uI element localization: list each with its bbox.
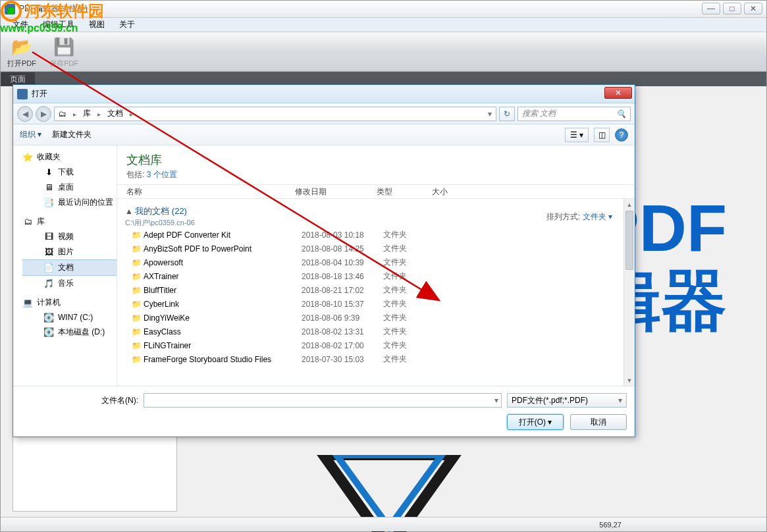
folder-icon: 📁 — [132, 286, 144, 295]
minimize-button[interactable]: — — [702, 3, 720, 14]
file-row[interactable]: 📁FrameForge Storyboard Studio Files2018-… — [120, 352, 623, 366]
nav-comp-item-1[interactable]: 💽本地磁盘 (D:) — [22, 325, 117, 340]
nav-item-label: 最近访问的位置 — [58, 197, 113, 208]
filename-label: 文件名(N): — [21, 395, 138, 406]
nav-item-label: 音乐 — [58, 278, 74, 289]
file-row[interactable]: 📁Apowersoft2018-08-04 10:39文件夹 — [120, 255, 623, 269]
scrollbar[interactable]: ▲ ▼ — [623, 199, 635, 386]
file-row[interactable]: 📁CyberLink2018-08-10 15:37文件夹 — [120, 297, 623, 311]
new-folder-button[interactable]: 新建文件夹 — [52, 129, 92, 140]
file-name: Adept PDF Converter Kit — [144, 230, 302, 240]
maximize-button[interactable]: □ — [723, 3, 741, 14]
search-input[interactable]: 搜索 文档 🔍 — [517, 107, 631, 121]
arrange-by-select[interactable]: 文件夹 ▾ — [583, 212, 612, 221]
open-button[interactable]: 打开(O) ▾ — [507, 414, 564, 430]
status-coords: 569,27 — [599, 521, 622, 529]
scroll-thumb[interactable] — [625, 211, 633, 270]
cancel-button[interactable]: 取消 — [570, 414, 627, 430]
nav-libraries[interactable]: 🗂库 — [22, 214, 117, 229]
chevron-down-icon: ▾ — [618, 396, 622, 405]
nav-tree: ⭐收藏夹 ⬇下载🖥桌面📑最近访问的位置 🗂库 🎞视频🖼图片📄文档🎵音乐 💻计算机… — [13, 146, 117, 386]
refresh-button[interactable]: ↻ — [499, 107, 515, 121]
dialog-body: ⭐收藏夹 ⬇下载🖥桌面📑最近访问的位置 🗂库 🎞视频🖼图片📄文档🎵音乐 💻计算机… — [13, 146, 635, 386]
nav-forward-button[interactable]: ▶ — [36, 106, 51, 122]
open-dialog: 打开 ✕ ◀ ▶ 🗂 库 文档 ▾ ↻ 搜索 文档 🔍 组织 ▾ 新建文件夹 ☰… — [13, 84, 635, 437]
nav-computer[interactable]: 💻计算机 — [22, 295, 117, 310]
nav-fav-item-1[interactable]: 🖥桌面 — [22, 180, 117, 195]
breadcrumb[interactable]: 🗂 库 文档 ▾ — [54, 107, 496, 121]
col-size[interactable]: 大小 — [432, 186, 485, 198]
file-row[interactable]: 📁DingYiWeiKe2018-08-06 9:39文件夹 — [120, 311, 623, 325]
library-subtitle: 包括: 3 个位置 — [126, 169, 177, 180]
filename-input[interactable]: ▾ — [144, 393, 502, 408]
arrange-by: 排列方式: 文件夹 ▾ — [546, 211, 612, 223]
filetype-select[interactable]: PDF文件(*.pdf;*.PDF)▾ — [507, 393, 627, 408]
organize-button[interactable]: 组织 ▾ — [20, 129, 41, 140]
nav-item-icon: 🎵 — [43, 279, 54, 289]
open-pdf-label: 打开PDF — [7, 59, 36, 68]
file-type: 文件夹 — [383, 271, 438, 282]
folder-open-icon: 📂 — [10, 35, 34, 59]
nav-item-label: 图片 — [58, 246, 74, 257]
scroll-up-icon[interactable]: ▲ — [624, 199, 635, 210]
dialog-close-button[interactable]: ✕ — [604, 87, 632, 99]
file-type: 文件夹 — [383, 257, 438, 268]
file-row[interactable]: 📁FLiNGTrainer2018-08-02 17:00文件夹 — [120, 338, 623, 352]
chevron-down-icon[interactable]: ▾ — [494, 396, 498, 405]
nav-lib-item-3[interactable]: 🎵音乐 — [22, 276, 117, 291]
file-row[interactable]: 📁BluffTitler2018-08-21 17:02文件夹 — [120, 283, 623, 297]
dialog-bottom: 文件名(N): ▾ PDF文件(*.pdf;*.PDF)▾ 打开(O) ▾ 取消 — [13, 386, 635, 437]
file-type: 文件夹 — [383, 298, 438, 309]
file-type: 文件夹 — [383, 312, 438, 323]
nav-fav-item-0[interactable]: ⬇下载 — [22, 165, 117, 180]
scroll-down-icon[interactable]: ▼ — [624, 375, 635, 386]
col-type[interactable]: 类型 — [377, 186, 432, 198]
help-button[interactable]: ? — [615, 128, 628, 142]
chevron-down-icon[interactable]: ▾ — [488, 109, 492, 119]
watermark-name: 河东软件园 — [0, 0, 132, 22]
col-date[interactable]: 修改日期 — [295, 186, 377, 198]
nav-lib-item-2[interactable]: 📄文档 — [22, 259, 117, 276]
search-placeholder: 搜索 文档 — [522, 108, 556, 119]
file-row[interactable]: 📁Adept PDF Converter Kit2018-08-03 10:18… — [120, 228, 623, 242]
file-row[interactable]: 📁EasyClass2018-08-02 13:31文件夹 — [120, 325, 623, 338]
file-type: 文件夹 — [383, 340, 438, 351]
close-button[interactable]: ✕ — [744, 3, 762, 14]
file-date: 2018-08-18 13:46 — [302, 272, 383, 281]
save-pdf-label: 保存PDF — [49, 59, 78, 68]
breadcrumb-docs[interactable]: 文档 — [107, 108, 123, 119]
breadcrumb-lib[interactable]: 库 — [83, 108, 91, 119]
window-controls: — □ ✕ — [702, 3, 762, 14]
watermark-logo-icon — [0, 0, 22, 22]
nav-item-label: 文档 — [58, 262, 74, 273]
file-name: AnyBizSoft PDF to PowerPoint — [144, 244, 302, 253]
file-row[interactable]: 📁AXTrainer2018-08-18 13:46文件夹 — [120, 269, 623, 283]
nav-comp-item-0[interactable]: 💽WIN7 (C:) — [22, 310, 117, 325]
file-name: Apowersoft — [144, 258, 302, 267]
nav-lib-item-1[interactable]: 🖼图片 — [22, 244, 117, 259]
preview-pane-button[interactable]: ◫ — [594, 128, 610, 142]
view-mode-button[interactable]: ☰ ▾ — [565, 128, 589, 142]
nav-favorites[interactable]: ⭐收藏夹 — [22, 149, 117, 165]
library-title: 文档库 — [126, 152, 177, 168]
open-pdf-button[interactable]: 📂 打开PDF — [7, 35, 36, 68]
folder-icon: 📁 — [132, 341, 144, 350]
nav-item-icon: 📄 — [43, 263, 54, 273]
nav-lib-item-0[interactable]: 🎞视频 — [22, 229, 117, 244]
col-name[interactable]: 名称 — [126, 186, 295, 198]
nav-item-icon: 💽 — [43, 327, 54, 338]
nav-back-button[interactable]: ◀ — [17, 106, 33, 122]
file-row[interactable]: 📁AnyBizSoft PDF to PowerPoint2018-08-08 … — [120, 242, 623, 255]
folder-icon: 📁 — [132, 244, 144, 253]
watermark-url: www.pc0359.cn — [0, 22, 132, 34]
file-date: 2018-08-10 15:37 — [302, 300, 383, 309]
save-icon: 💾 — [52, 35, 76, 59]
nav-item-icon: 🖥 — [43, 182, 54, 193]
file-date: 2018-08-06 9:39 — [302, 313, 383, 323]
file-date: 2018-08-08 14:25 — [302, 244, 383, 253]
locations-link[interactable]: 3 个位置 — [147, 170, 177, 179]
nav-item-label: 桌面 — [58, 182, 74, 193]
file-name: FLiNGTrainer — [144, 341, 302, 350]
nav-fav-item-2[interactable]: 📑最近访问的位置 — [22, 195, 117, 210]
file-date: 2018-08-21 17:02 — [302, 286, 383, 295]
